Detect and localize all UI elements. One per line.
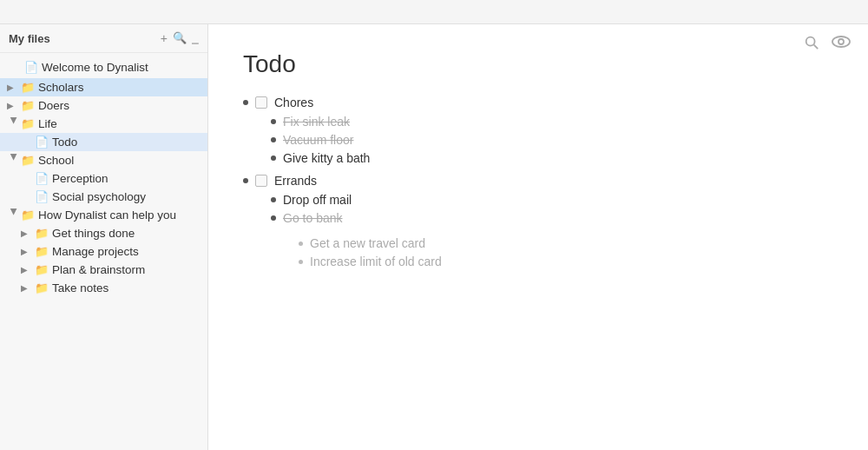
sub-list-chores: Fix sink leak Vacuum floor Give kitty a … — [243, 115, 833, 165]
app-container: My files + 🔍 ⎯ 📄 Welcome to Dynalist ▶ 📁… — [0, 24, 868, 450]
sub-sub-list-bank: Get a new travel card Increase limit of … — [271, 236, 442, 273]
sidebar-header: My files + 🔍 ⎯ — [0, 24, 207, 53]
item-fix-sink: Fix sink leak — [283, 115, 350, 129]
sidebar-item-perception[interactable]: 📄 Perception — [0, 169, 207, 188]
list-item-mail: Drop off mail — [271, 193, 833, 207]
page-title: Todo — [243, 50, 833, 78]
list-item-limit: Increase limit of old card — [299, 255, 442, 268]
sub-list-errands: Drop off mail Go to bank Get a new trave… — [243, 193, 833, 273]
toggle-arrow-life[interactable]: ▶ — [10, 117, 19, 131]
list-item-travel-card: Get a new travel card — [299, 236, 442, 250]
sidebar-item-label: Life — [38, 117, 57, 130]
folder-icon-doers: 📁 — [21, 99, 35, 112]
sidebar-item-social-psych[interactable]: 📄 Social psychology — [0, 188, 207, 206]
sidebar-item-label: Manage projects — [52, 245, 139, 258]
section-errands: Errands — [243, 174, 833, 188]
folder-icon-get-things: 📁 — [35, 227, 49, 240]
collapse-icon[interactable]: ⎯ — [192, 31, 199, 45]
section-label-chores: Chores — [274, 96, 313, 109]
svg-point-3 — [838, 39, 844, 44]
toggle-arrow-manage[interactable]: ▶ — [21, 247, 35, 256]
sidebar-item-welcome[interactable]: 📄 Welcome to Dynalist — [0, 56, 207, 78]
file-icon-perception: 📄 — [35, 172, 49, 185]
toggle-arrow-get-things[interactable]: ▶ — [21, 228, 35, 238]
folder-icon-plan: 📁 — [35, 263, 49, 276]
sidebar-item-label: School — [38, 154, 74, 167]
main-eye-icon[interactable] — [832, 35, 851, 55]
search-icon[interactable]: 🔍 — [173, 31, 187, 45]
folder-icon-school: 📁 — [21, 154, 35, 167]
list-item-kitty: Give kitty a bath — [271, 151, 833, 165]
sidebar-title: My files — [9, 32, 50, 45]
item-bank: Go to bank — [283, 211, 343, 225]
item-limit: Increase limit of old card — [310, 255, 442, 268]
sidebar-item-plan[interactable]: ▶ 📁 Plan & brainstorm — [0, 261, 207, 279]
bullet-limit — [299, 260, 303, 264]
folder-icon-take-notes: 📁 — [35, 281, 49, 294]
folder-icon-life: 📁 — [21, 117, 35, 130]
bullet-kitty — [271, 156, 276, 161]
toggle-arrow-scholars[interactable]: ▶ — [7, 83, 21, 92]
bullet-travel-card — [299, 242, 303, 246]
list-item-vacuum: Vacuum floor — [271, 133, 833, 147]
bullet-errands — [243, 178, 248, 183]
main-search-icon[interactable] — [804, 35, 819, 55]
sidebar-item-label: How Dynalist can help you — [38, 208, 176, 222]
sidebar-items: 📄 Welcome to Dynalist ▶ 📁 Scholars ▶ 📁 D… — [0, 53, 207, 450]
toggle-arrow-doers[interactable]: ▶ — [7, 101, 21, 110]
sidebar-item-label: Plan & brainstorm — [52, 263, 145, 276]
sidebar-item-manage[interactable]: ▶ 📁 Manage projects — [0, 242, 207, 261]
bullet-fix-sink — [271, 119, 276, 124]
sidebar-item-life[interactable]: ▶ 📁 Life — [0, 115, 207, 133]
folder-icon-dynalist: 📁 — [21, 208, 35, 222]
list-item-bank: Go to bank Get a new travel card Increas… — [271, 211, 833, 273]
toggle-arrow-plan[interactable]: ▶ — [21, 265, 35, 275]
sidebar-item-label: Social psychology — [52, 190, 146, 203]
toggle-arrow-school[interactable]: ▶ — [10, 154, 19, 168]
file-icon-social: 📄 — [35, 190, 49, 203]
list-item-fix-sink: Fix sink leak — [271, 115, 833, 129]
sidebar-header-icons: + 🔍 ⎯ — [161, 31, 199, 45]
list-item-errands: Errands Drop off mail Go to bank — [243, 174, 833, 273]
item-mail: Drop off mail — [283, 193, 352, 207]
checkbox-chores[interactable] — [255, 96, 267, 109]
svg-point-2 — [832, 36, 850, 47]
toggle-arrow-take-notes[interactable]: ▶ — [21, 283, 35, 293]
main-content: Todo Chores Fix sink leak Vacuum — [208, 24, 868, 450]
section-chores: Chores — [243, 96, 833, 109]
sidebar-item-scholars[interactable]: ▶ 📁 Scholars — [0, 78, 207, 96]
sidebar-item-label: Take notes — [52, 281, 108, 294]
sidebar-item-school[interactable]: ▶ 📁 School — [0, 151, 207, 169]
sidebar-item-take-notes[interactable]: ▶ 📁 Take notes — [0, 279, 207, 297]
bullet-bank — [271, 215, 276, 221]
bullet-chores — [243, 100, 248, 105]
list-item-chores: Chores Fix sink leak Vacuum floor Give k… — [243, 96, 833, 165]
item-kitty: Give kitty a bath — [283, 151, 370, 165]
sidebar-item-how-dynalist[interactable]: ▶ 📁 How Dynalist can help you — [0, 206, 207, 224]
file-icon-todo: 📄 — [35, 136, 49, 149]
bullet-mail — [271, 197, 276, 202]
folder-icon-scholars: 📁 — [21, 81, 35, 94]
item-vacuum: Vacuum floor — [283, 133, 353, 147]
top-bar — [0, 0, 868, 24]
folder-icon-manage: 📁 — [35, 245, 49, 258]
sidebar-item-label: Scholars — [38, 81, 84, 94]
add-icon[interactable]: + — [161, 31, 168, 45]
sidebar-item-get-things[interactable]: ▶ 📁 Get things done — [0, 224, 207, 242]
main-toolbar — [804, 35, 851, 55]
checkbox-errands[interactable] — [255, 175, 267, 187]
file-icon: 📄 — [24, 61, 38, 74]
toggle-arrow-dynalist[interactable]: ▶ — [10, 208, 19, 222]
sidebar: My files + 🔍 ⎯ 📄 Welcome to Dynalist ▶ 📁… — [0, 24, 208, 450]
sidebar-item-label: Perception — [52, 172, 108, 185]
sidebar-item-doers[interactable]: ▶ 📁 Doers — [0, 96, 207, 115]
svg-line-1 — [814, 45, 819, 50]
todo-list: Chores Fix sink leak Vacuum floor Give k… — [243, 96, 833, 273]
section-label-errands: Errands — [274, 174, 317, 188]
sidebar-item-label: Get things done — [52, 227, 135, 240]
sidebar-item-label: Doers — [38, 99, 69, 112]
sidebar-item-todo[interactable]: 📄 Todo — [0, 133, 207, 151]
bullet-vacuum — [271, 137, 276, 142]
item-travel-card: Get a new travel card — [310, 236, 425, 250]
svg-point-0 — [806, 37, 815, 46]
